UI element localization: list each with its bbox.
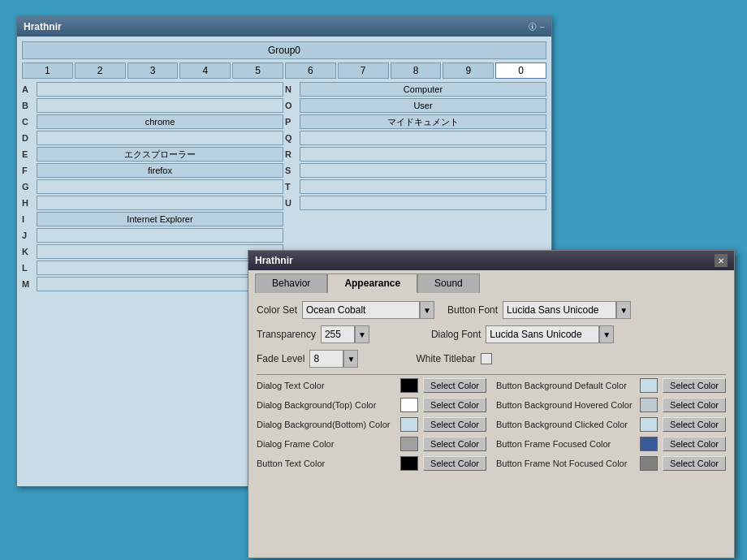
- white-titlebar-checkbox[interactable]: [481, 353, 492, 364]
- group-bar[interactable]: Group0: [22, 41, 546, 59]
- transparency-select[interactable]: 255 ▼: [321, 325, 369, 343]
- row-label-p: P: [285, 117, 298, 127]
- tab-3[interactable]: 3: [127, 62, 179, 79]
- btn-bg-clicked-button[interactable]: Select Color: [663, 417, 726, 432]
- row-input-s[interactable]: [300, 163, 546, 178]
- tab-sound[interactable]: Sound: [417, 274, 480, 293]
- row-input-t[interactable]: [300, 179, 546, 194]
- row-input-p[interactable]: [300, 114, 546, 129]
- button-font-arrow[interactable]: ▼: [616, 301, 631, 319]
- row-label-u: U: [285, 198, 298, 208]
- tab-9[interactable]: 9: [443, 62, 494, 79]
- btn-frame-focused-button[interactable]: Select Color: [663, 437, 726, 451]
- list-item: N: [285, 82, 546, 97]
- btn-frame-notfocused-button[interactable]: Select Color: [663, 456, 726, 471]
- minimize-icon[interactable]: −: [540, 22, 545, 32]
- tab-7[interactable]: 7: [338, 62, 389, 79]
- row-input-l[interactable]: [37, 261, 283, 275]
- button-text-button[interactable]: Select Color: [423, 456, 486, 471]
- button-font-select[interactable]: Lucida Sans Unicode ▼: [503, 301, 631, 319]
- dialog-font-arrow[interactable]: ▼: [599, 325, 614, 343]
- row-label-g: G: [22, 182, 35, 192]
- fade-level-arrow[interactable]: ▼: [343, 350, 358, 368]
- row-label-b: B: [22, 101, 35, 110]
- row-label-o: O: [285, 101, 298, 110]
- row-label-d: D: [22, 133, 35, 143]
- row-label-t: T: [285, 182, 298, 192]
- info-icon[interactable]: 🛈: [528, 22, 537, 32]
- row-label-e: E: [22, 149, 35, 159]
- tab-appearance[interactable]: Appearance: [327, 274, 417, 293]
- tab-4[interactable]: 4: [179, 62, 231, 79]
- btn-bg-default-button[interactable]: Select Color: [663, 378, 726, 393]
- btn-frame-notfocused-label: Button Frame Not Focused Color: [496, 459, 635, 468]
- tab-6[interactable]: 6: [285, 62, 336, 79]
- list-item: I: [22, 212, 283, 226]
- dialog-bg-bottom-label: Dialog Background(Bottom) Color: [257, 420, 395, 429]
- dialog-bg-top-button[interactable]: Select Color: [423, 398, 486, 412]
- tab-row: 1 2 3 4 5 6 7 8 9 0: [22, 62, 546, 79]
- fade-level-label: Fade Level: [257, 353, 304, 364]
- dialog-bg-top-swatch: [400, 398, 418, 412]
- row-input-d[interactable]: [37, 131, 283, 145]
- row-input-j[interactable]: [37, 228, 283, 243]
- dialog-bg-top-label: Dialog Background(Top) Color: [257, 400, 395, 410]
- tab-0[interactable]: 0: [495, 62, 546, 79]
- list-item: J: [22, 228, 283, 243]
- color-set-value: Ocean Cobalt: [302, 301, 420, 319]
- row-label-a: A: [22, 84, 35, 94]
- row-input-o[interactable]: [300, 98, 546, 113]
- transparency-label: Transparency: [257, 329, 316, 340]
- tab-2[interactable]: 2: [75, 62, 126, 79]
- list-item: C: [22, 114, 283, 129]
- left-color-col: Dialog Text Color Select Color Dialog Ba…: [257, 378, 486, 476]
- color-set-label: Color Set: [257, 304, 297, 316]
- row-input-n[interactable]: [300, 82, 546, 97]
- dialog-text-color-swatch: [400, 378, 418, 393]
- btn-bg-clicked-label: Button Background Clicked Color: [496, 420, 635, 429]
- dialog-frame-button[interactable]: Select Color: [423, 437, 486, 451]
- row-label-f: F: [22, 166, 35, 175]
- dialog-frame-swatch: [400, 437, 418, 451]
- list-item: P: [285, 114, 546, 129]
- setting-row: Button Frame Focused Color Select Color: [496, 437, 726, 451]
- row-input-g[interactable]: [37, 179, 283, 194]
- tab-behavior[interactable]: Behavior: [255, 274, 327, 293]
- row-input-f[interactable]: [37, 163, 283, 178]
- btn-bg-hovered-swatch: [640, 398, 658, 412]
- btn-frame-notfocused-swatch: [640, 456, 658, 471]
- row-input-i[interactable]: [37, 212, 283, 226]
- button-text-swatch: [400, 456, 418, 471]
- dialog-close-button[interactable]: ✕: [715, 254, 728, 267]
- color-settings-grid: Dialog Text Color Select Color Dialog Ba…: [257, 378, 726, 476]
- color-set-select[interactable]: Ocean Cobalt ▼: [302, 301, 434, 319]
- tab-1[interactable]: 1: [22, 62, 73, 79]
- row-input-b[interactable]: [37, 98, 283, 113]
- dialog-bg-bottom-button[interactable]: Select Color: [423, 417, 486, 432]
- row-input-h[interactable]: [37, 196, 283, 210]
- setting-row: Button Background Hovered Color Select C…: [496, 398, 726, 412]
- color-set-arrow[interactable]: ▼: [420, 301, 434, 319]
- divider: [257, 374, 726, 375]
- fade-level-select[interactable]: 8 ▼: [309, 350, 358, 368]
- row-input-k[interactable]: [37, 244, 283, 259]
- dialog-text-color-button[interactable]: Select Color: [423, 378, 486, 393]
- setting-row: Button Background Clicked Color Select C…: [496, 417, 726, 432]
- main-window-title: Hrathnir: [24, 21, 62, 32]
- list-item: U: [285, 196, 546, 210]
- row-input-u[interactable]: [300, 196, 546, 210]
- row-input-e[interactable]: [37, 147, 283, 162]
- row-input-c[interactable]: [37, 114, 283, 129]
- tab-8[interactable]: 8: [391, 62, 442, 79]
- row-input-r[interactable]: [300, 147, 546, 162]
- row-label-j: J: [22, 230, 35, 240]
- list-item: S: [285, 163, 546, 178]
- row-input-q[interactable]: [300, 131, 546, 145]
- dialog-font-select[interactable]: Lucida Sans Unicode ▼: [486, 325, 614, 343]
- list-item: R: [285, 147, 546, 162]
- btn-bg-hovered-button[interactable]: Select Color: [663, 398, 726, 412]
- row-input-m[interactable]: [37, 277, 283, 291]
- row-input-a[interactable]: [37, 82, 283, 97]
- tab-5[interactable]: 5: [232, 62, 283, 79]
- transparency-arrow[interactable]: ▼: [355, 325, 369, 343]
